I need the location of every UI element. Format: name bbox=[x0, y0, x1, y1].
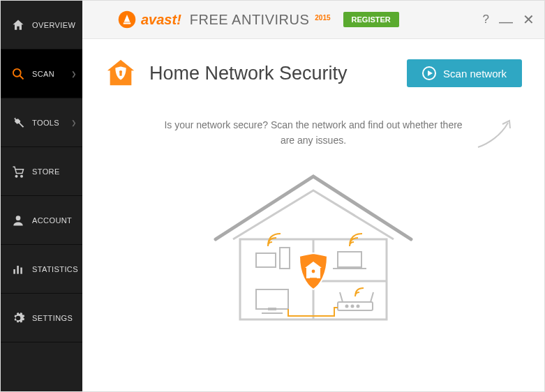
svg-point-4 bbox=[16, 216, 21, 220]
app-window: OVERVIEW SCAN ❯ TOOLS ❯ STORE bbox=[0, 0, 545, 392]
svg-point-3 bbox=[21, 175, 23, 177]
scan-network-button[interactable]: Scan network bbox=[407, 59, 522, 87]
main-area: avast! FREE ANTIVIRUS 2015 REGISTER ? — … bbox=[82, 1, 544, 391]
help-icon[interactable]: ? bbox=[483, 13, 489, 27]
sidebar-item-account[interactable]: ACCOUNT bbox=[1, 196, 82, 245]
sidebar-item-statistics[interactable]: STATISTICS bbox=[1, 245, 82, 294]
svg-rect-19 bbox=[256, 289, 288, 309]
arrow-hint-icon bbox=[475, 116, 516, 153]
svg-rect-22 bbox=[338, 302, 373, 310]
svg-point-0 bbox=[13, 68, 21, 76]
svg-rect-17 bbox=[338, 252, 361, 267]
home-shield-icon bbox=[105, 57, 137, 89]
network-illustration bbox=[105, 163, 522, 330]
sidebar-item-label: STATISTICS bbox=[32, 265, 78, 273]
svg-point-2 bbox=[15, 175, 17, 177]
svg-rect-15 bbox=[256, 253, 276, 267]
sidebar-item-label: TOOLS bbox=[32, 119, 59, 127]
sidebar-item-label: OVERVIEW bbox=[32, 21, 75, 29]
cart-icon bbox=[10, 164, 26, 179]
minimize-icon[interactable]: — bbox=[499, 20, 513, 24]
scan-network-label: Scan network bbox=[443, 68, 507, 80]
play-icon bbox=[422, 66, 436, 80]
brand-sub: FREE ANTIVIRUS bbox=[190, 12, 309, 28]
window-controls: ? — ✕ bbox=[483, 11, 535, 28]
tools-icon bbox=[10, 115, 26, 130]
svg-rect-16 bbox=[280, 248, 290, 269]
sidebar-item-tools[interactable]: TOOLS ❯ bbox=[1, 98, 82, 147]
sidebar-item-label: ACCOUNT bbox=[32, 216, 72, 225]
sidebar-item-scan[interactable]: SCAN ❯ bbox=[1, 50, 82, 98]
svg-rect-11 bbox=[119, 73, 121, 76]
close-icon[interactable]: ✕ bbox=[523, 11, 535, 28]
sidebar-item-store[interactable]: STORE bbox=[1, 147, 82, 196]
svg-point-27 bbox=[357, 305, 359, 307]
home-icon bbox=[10, 17, 26, 33]
sidebar-item-settings[interactable]: SETTINGS bbox=[1, 294, 82, 342]
sidebar-item-label: STORE bbox=[32, 167, 60, 176]
chevron-right-icon: ❯ bbox=[71, 119, 77, 126]
svg-rect-5 bbox=[13, 269, 15, 274]
svg-rect-9 bbox=[124, 22, 131, 24]
register-button[interactable]: REGISTER bbox=[343, 12, 399, 27]
svg-line-23 bbox=[340, 292, 343, 302]
content: Home Network Security Scan network Is yo… bbox=[82, 39, 544, 391]
svg-rect-7 bbox=[20, 267, 22, 273]
svg-point-28 bbox=[312, 269, 315, 273]
sidebar-item-overview[interactable]: OVERVIEW bbox=[1, 1, 82, 50]
intro-text: Is your network secure? Scan the network… bbox=[160, 117, 467, 149]
chevron-right-icon: ❯ bbox=[71, 70, 77, 77]
svg-point-26 bbox=[352, 305, 354, 307]
page-header: Home Network Security Scan network bbox=[105, 57, 522, 89]
bars-icon bbox=[10, 262, 26, 277]
brand-name: avast! bbox=[141, 12, 181, 28]
svg-line-24 bbox=[371, 292, 373, 302]
magnifier-icon bbox=[10, 66, 26, 82]
svg-point-25 bbox=[346, 305, 348, 307]
brand: avast! FREE ANTIVIRUS 2015 bbox=[117, 10, 331, 29]
sidebar-item-label: SCAN bbox=[32, 70, 54, 78]
svg-line-1 bbox=[20, 75, 24, 79]
gear-icon bbox=[10, 310, 26, 326]
person-icon bbox=[10, 213, 26, 228]
sidebar: OVERVIEW SCAN ❯ TOOLS ❯ STORE bbox=[1, 1, 82, 391]
avast-logo-icon bbox=[117, 10, 137, 29]
svg-rect-6 bbox=[17, 266, 19, 274]
sidebar-item-label: SETTINGS bbox=[32, 314, 73, 322]
topbar: avast! FREE ANTIVIRUS 2015 REGISTER ? — … bbox=[82, 1, 544, 39]
page-title: Home Network Security bbox=[149, 63, 348, 84]
brand-year: 2015 bbox=[315, 14, 330, 22]
